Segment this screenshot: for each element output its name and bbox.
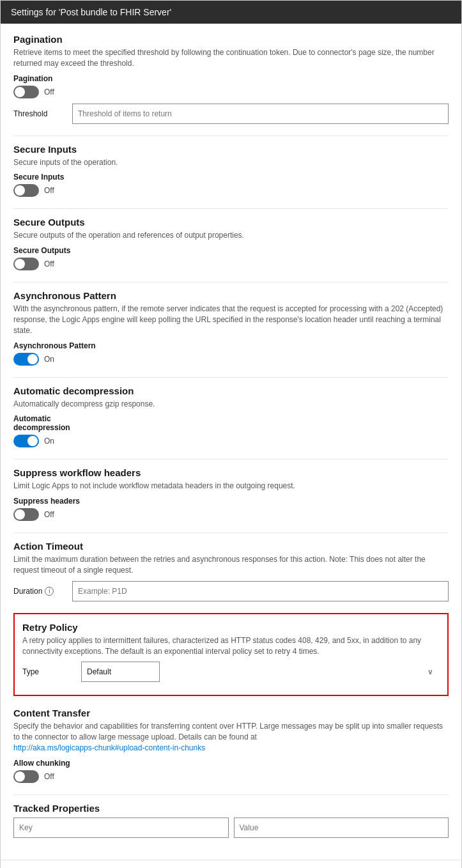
threshold-row: Threshold (13, 104, 449, 124)
secure-outputs-title: Secure Outputs (13, 217, 449, 228)
secure-outputs-desc: Secure outputs of the operation and refe… (13, 230, 449, 241)
duration-label: Duration i (13, 587, 65, 596)
threshold-input[interactable] (72, 104, 449, 124)
duration-info-icon[interactable]: i (45, 587, 54, 596)
suppress-headers-toggle-row: Off (13, 508, 449, 521)
suppress-headers-toggle[interactable] (13, 508, 39, 521)
pagination-toggle[interactable] (13, 86, 39, 98)
pagination-section: Pagination Retrieve items to meet the sp… (13, 34, 449, 124)
content-transfer-title: Content Transfer (13, 708, 449, 718)
pagination-title: Pagination (13, 34, 449, 45)
suppress-headers-section: Suppress workflow headers Limit Logic Ap… (13, 467, 449, 521)
secure-inputs-desc: Secure inputs of the operation. (13, 157, 449, 168)
auto-decompress-section: Automatic decompression Automatically de… (13, 385, 449, 448)
content-transfer-link[interactable]: http://aka.ms/logicapps-chunk#upload-con… (13, 743, 205, 752)
secure-inputs-section: Secure Inputs Secure inputs of the opera… (13, 144, 449, 198)
async-pattern-toggle-text: On (44, 355, 54, 364)
retry-policy-desc: A retry policy applies to intermittent f… (22, 635, 440, 657)
suppress-headers-toggle-label: Suppress headers (13, 497, 449, 506)
secure-outputs-section: Secure Outputs Secure outputs of the ope… (13, 217, 449, 270)
retry-type-select[interactable]: Default None Fixed interval Exponential … (81, 662, 160, 682)
panel-footer: Done Cancel (1, 860, 461, 868)
settings-panel: Settings for 'Post bundle to FHIR Server… (0, 0, 462, 868)
suppress-headers-toggle-text: Off (44, 510, 54, 519)
chunking-toggle[interactable] (13, 770, 39, 783)
secure-inputs-toggle-text: Off (44, 186, 54, 195)
async-pattern-toggle-label: Asynchronous Pattern (13, 341, 449, 350)
tracked-value-input[interactable] (234, 818, 449, 838)
retry-policy-section: Retry Policy A retry policy applies to i… (13, 613, 449, 697)
panel-title: Settings for 'Post bundle to FHIR Server… (11, 7, 171, 17)
panel-body: Pagination Retrieve items to meet the sp… (1, 24, 461, 860)
panel-header: Settings for 'Post bundle to FHIR Server… (1, 1, 461, 24)
pagination-toggle-text: Off (44, 88, 54, 97)
action-timeout-title: Action Timeout (13, 541, 449, 552)
secure-outputs-toggle-text: Off (44, 260, 54, 268)
retry-policy-title: Retry Policy (22, 622, 440, 633)
async-pattern-desc: With the asynchronous pattern, if the re… (13, 304, 449, 336)
chunking-toggle-text: Off (44, 772, 54, 781)
pagination-toggle-label: Pagination (13, 74, 449, 83)
secure-inputs-toggle[interactable] (13, 184, 39, 197)
suppress-headers-desc: Limit Logic Apps to not include workflow… (13, 481, 449, 492)
secure-outputs-toggle-row: Off (13, 258, 449, 270)
secure-outputs-toggle[interactable] (13, 258, 39, 270)
retry-type-label: Type (22, 667, 73, 676)
async-pattern-section: Asynchronous Pattern With the asynchrono… (13, 290, 449, 365)
async-pattern-toggle[interactable] (13, 353, 39, 366)
pagination-toggle-row: Off (13, 86, 449, 98)
secure-inputs-toggle-label: Secure Inputs (13, 173, 449, 182)
secure-inputs-toggle-row: Off (13, 184, 449, 197)
duration-input[interactable] (72, 581, 449, 601)
pagination-desc: Retrieve items to meet the specified thr… (13, 47, 449, 69)
suppress-headers-title: Suppress workflow headers (13, 467, 449, 478)
auto-decompress-desc: Automatically decompress gzip response. (13, 399, 449, 410)
tracked-properties-row (13, 818, 449, 838)
tracked-key-input[interactable] (13, 818, 229, 838)
chunking-toggle-label: Allow chunking (13, 759, 449, 768)
async-pattern-title: Asynchronous Pattern (13, 290, 449, 301)
tracked-properties-title: Tracked Properties (13, 803, 449, 814)
auto-decompress-toggle[interactable] (13, 435, 39, 447)
auto-decompress-toggle-row: On (13, 435, 449, 447)
duration-row: Duration i (13, 581, 449, 601)
action-timeout-desc: Limit the maximum duration between the r… (13, 554, 449, 576)
action-timeout-section: Action Timeout Limit the maximum duratio… (13, 541, 449, 601)
content-transfer-section: Content Transfer Specify the behavior an… (13, 708, 449, 782)
secure-outputs-toggle-label: Secure Outputs (13, 246, 449, 255)
auto-decompress-toggle-label: Automatic decompression (13, 414, 449, 432)
async-pattern-toggle-row: On (13, 353, 449, 366)
tracked-properties-section: Tracked Properties (13, 803, 449, 838)
secure-inputs-title: Secure Inputs (13, 144, 449, 155)
retry-type-row: Type Default None Fixed interval Exponen… (22, 662, 440, 682)
threshold-label: Threshold (13, 109, 65, 118)
auto-decompress-title: Automatic decompression (13, 385, 449, 396)
content-transfer-desc: Specify the behavior and capabilities fo… (13, 721, 449, 753)
retry-type-select-wrapper: Default None Fixed interval Exponential … (81, 662, 440, 682)
auto-decompress-toggle-text: On (44, 437, 54, 446)
chunking-toggle-row: Off (13, 770, 449, 783)
